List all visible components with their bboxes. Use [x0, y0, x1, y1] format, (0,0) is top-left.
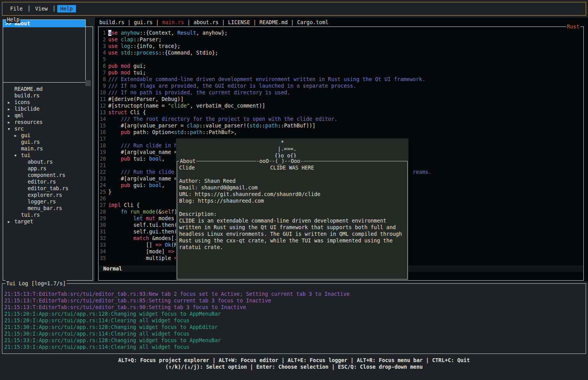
tab-main.rs[interactable]: main.rs	[162, 19, 184, 25]
code-token: se	[111, 30, 118, 36]
code-line-15[interactable]: 15 #[arg(value_parser = clap::value_pars…	[100, 122, 583, 129]
explorer-item-explorer.rs[interactable]: explorer.rs	[3, 192, 92, 198]
code-token: std	[121, 50, 130, 56]
explorer-item-component.rs[interactable]: component.rs	[3, 172, 92, 179]
code-line-9[interactable]: 9/// If no flags are provided, the GUI e…	[100, 83, 583, 89]
about-dialog-title: About	[179, 158, 196, 164]
explorer-item-editor.rs[interactable]: editor.rs	[3, 179, 92, 185]
project-explorer-list: README.mdbuild.rs▶icons▶libclide▶qml▶res…	[3, 86, 92, 225]
code-line-1[interactable]: 1use anyhow::{Context, Result, anyhow};	[100, 30, 583, 36]
code-line-4[interactable]: 4use std::process::{Command, Stdio};	[100, 49, 583, 56]
code-token	[108, 216, 134, 221]
code-token: /// Run the clide	[121, 169, 177, 175]
code-token: #[arg(value_name =	[108, 149, 177, 155]
scrollbar-thumb[interactable]	[85, 80, 91, 86]
code-token	[143, 216, 146, 221]
menu-item-view[interactable]: View	[32, 5, 51, 12]
line-number: 3	[100, 43, 106, 49]
line-number: 31	[100, 228, 106, 235]
code-token: process	[137, 50, 158, 56]
line-number: 30	[100, 222, 106, 228]
explorer-item-label: tui	[21, 152, 30, 158]
tab-license[interactable]: LICENSE	[228, 19, 250, 25]
explorer-item-label: resources	[14, 119, 43, 125]
explorer-item-logger.rs[interactable]: logger.rs	[3, 198, 92, 205]
code-token: , verbatim_doc_comment)]	[190, 103, 265, 109]
shortcut-help-line-2: (↑/k)/(↓/j): Select option | Enter: Choo…	[0, 364, 588, 370]
explorer-item-build.rs[interactable]: build.rs	[3, 92, 92, 99]
code-token: /// If no flags are provided, the GUI ed…	[108, 83, 356, 89]
tab-readme.md[interactable]: README.md	[259, 19, 288, 25]
line-number: 19	[100, 149, 106, 156]
code-token: Cli {	[127, 110, 146, 115]
line-number: 8	[100, 76, 106, 83]
code-line-8[interactable]: 8/// Extendable command-line driven deve…	[100, 76, 583, 83]
code-token: clap	[121, 37, 133, 42]
explorer-item-about.rs[interactable]: about.rs	[3, 159, 92, 165]
menu-bar: File│View│Help	[2, 2, 586, 16]
code-line-2[interactable]: 2use clap::Parser;	[100, 36, 583, 43]
line-number: 10	[100, 89, 106, 96]
about-dialog: About -ooO--(_)--Ooo- Clide CLIDE WAS HE…	[177, 161, 408, 279]
explorer-item-label: component.rs	[28, 172, 65, 178]
code-token: gui:	[130, 182, 149, 188]
code-token: match	[134, 235, 149, 241]
tab-build.rs[interactable]: build.rs	[99, 19, 125, 25]
code-line-16[interactable]: 16 pub path: Option<std::path::PathBuf>,	[100, 129, 583, 136]
code-token: let	[134, 216, 143, 221]
explorer-item-editor_tab.rs[interactable]: editor_tab.rs	[3, 185, 92, 192]
explorer-item-target[interactable]: ▶target	[3, 218, 92, 225]
code-token: use	[108, 37, 118, 42]
code-token: /// Run clide in h	[121, 143, 177, 148]
about-content-line: CLIDE is an extendable command-line driv…	[179, 217, 406, 224]
tab-cargo.toml[interactable]: Cargo.toml	[297, 19, 329, 25]
explorer-item-resources[interactable]: ▶resources	[3, 119, 92, 125]
code-line-5[interactable]: 5	[100, 56, 583, 63]
about-content: Clide CLIDE WAS HEREAuthor: Shaun ReedEm…	[179, 164, 406, 251]
explorer-item-libclide[interactable]: ▶libclide	[3, 106, 92, 112]
explorer-item-tui[interactable]: ▼tui	[3, 152, 92, 159]
code-token: #[structopt(name =	[108, 103, 168, 109]
tab-separator: |	[288, 19, 297, 25]
code-token: clap	[187, 123, 199, 129]
explorer-item-label: src	[14, 126, 24, 132]
menu-item-help[interactable]: Help	[57, 5, 76, 12]
about-content-line: written in Rust using the Qt UI framewor…	[179, 224, 406, 231]
code-line-6[interactable]: 6pub mod gui;	[100, 63, 583, 69]
code-token: self.gui.then(	[108, 229, 177, 235]
code-line-11[interactable]: 11#[derive(Parser, Debug)]	[100, 96, 583, 103]
code-line-14[interactable]: 14 /// The root directory for the projec…	[100, 116, 583, 122]
menu-item-file[interactable]: File	[7, 5, 26, 12]
explorer-item-menu_bar.rs[interactable]: menu_bar.rs	[3, 205, 92, 212]
code-line-3[interactable]: 3use log::{info, trace};	[100, 43, 583, 49]
explorer-item-gui.rs[interactable]: gui.rs	[3, 139, 92, 145]
about-popup: * |.===. {}o o{} About -ooO--(_)--Ooo- C…	[176, 138, 408, 280]
tab-about.rs[interactable]: about.rs	[194, 19, 219, 25]
code-line-12[interactable]: 12#[structopt(name = "clide", verbatim_d…	[100, 103, 583, 109]
code-line-13[interactable]: 13struct Cli {	[100, 109, 583, 116]
line-number: 23	[100, 175, 106, 182]
code-token: }	[108, 189, 111, 195]
code-token: /// The root directory for the project t…	[121, 116, 337, 122]
code-token: ::value_parser!(	[199, 123, 250, 129]
explorer-item-label: tui.rs	[21, 212, 40, 218]
tab-gui.rs[interactable]: gui.rs	[134, 19, 153, 25]
line-number: 29	[100, 215, 106, 222]
explorer-item-tui.rs[interactable]: tui.rs	[3, 212, 92, 218]
code-token: []	[108, 242, 155, 248]
explorer-item-gui[interactable]: ▶gui	[3, 132, 92, 139]
explorer-item-readme.md[interactable]: README.md	[3, 86, 92, 92]
explorer-item-qml[interactable]: ▶qml	[3, 112, 92, 119]
code-line-10[interactable]: 10/// If no path is provided, the curren…	[100, 89, 583, 96]
code-token: Cli {	[121, 202, 139, 208]
explorer-item-app.rs[interactable]: app.rs	[3, 165, 92, 172]
about-content-line: Email: shaunrd0@gmail.com	[179, 184, 406, 191]
explorer-item-main.rs[interactable]: main.rs	[3, 145, 92, 152]
code-token: ::{info, trace};	[130, 43, 180, 49]
code-token: log	[121, 43, 130, 49]
explorer-item-icons[interactable]: ▶icons	[3, 99, 92, 106]
code-token	[108, 169, 121, 175]
explorer-item-src[interactable]: ▼src	[3, 125, 92, 132]
line-number: 18	[100, 142, 106, 149]
code-line-7[interactable]: 7pub mod tui;	[100, 69, 583, 76]
